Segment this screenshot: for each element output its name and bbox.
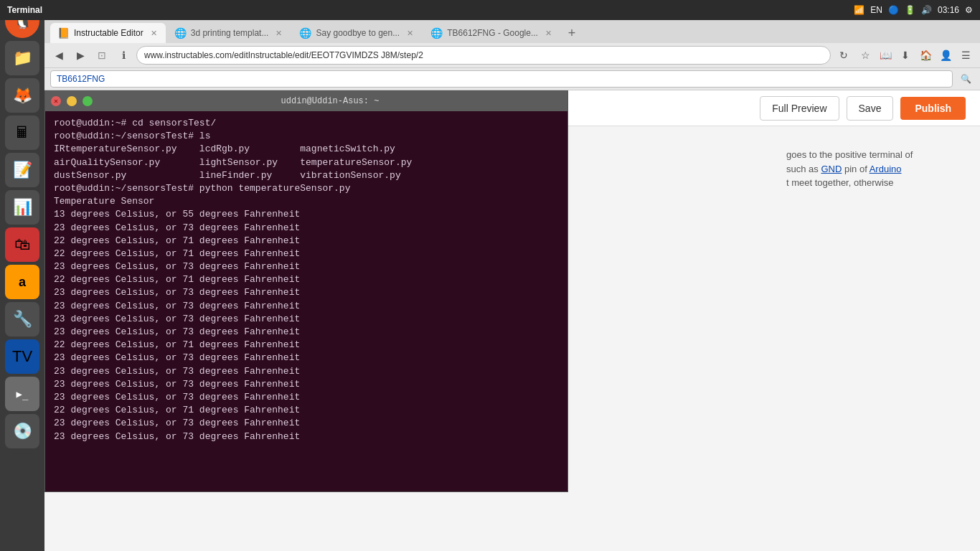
files-icon[interactable]: 📁 [5, 41, 39, 75]
tab-label-4: TB6612FNG - Google... [447, 28, 538, 38]
profile-icon[interactable]: 👤 [937, 47, 954, 64]
firefox-icon[interactable]: 🦊 [5, 78, 39, 113]
shopping-icon[interactable]: 🛍 [5, 227, 39, 262]
menu-icon[interactable]: ☰ [957, 47, 974, 64]
disk-icon[interactable]: 💿 [5, 414, 39, 448]
spreadsheet-icon[interactable]: 🖩 [5, 116, 39, 150]
editor-page: Full Preview Save Publish 5. If up to th… [44, 90, 980, 551]
terminal-minimize-button[interactable] [67, 96, 77, 106]
teamviewer-icon[interactable]: TV [5, 339, 39, 374]
side-text-4: t meet together, otherwise [786, 177, 894, 188]
reload-button[interactable]: ↻ [835, 47, 852, 64]
tab-label-2: 3d printing templat... [191, 28, 269, 38]
side-annotation: goes to the positive terminal of such as… [786, 148, 966, 190]
new-tab-button[interactable]: + [562, 23, 582, 43]
tab-close-3[interactable]: ✕ [407, 29, 413, 38]
system-bar-right: 📶 EN 🔵 🔋 🔊 03:16 ⚙ [854, 5, 973, 15]
lang-indicator: EN [870, 5, 882, 15]
browser-toolbar: ◀ ▶ ⊡ ℹ ↻ ☆ 📖 ⬇ 🏠 👤 ☰ [44, 43, 980, 68]
browser-window: 📙 Instructable Editor ✕ 🌐 3d printing te… [44, 20, 980, 551]
tab-close-4[interactable]: ✕ [545, 29, 552, 38]
browser-toolbar2: 🔍 [44, 68, 980, 90]
back-button[interactable]: ◀ [50, 47, 67, 64]
tab-tb6612fng[interactable]: 🌐 TB6612FNG - Google... ✕ [423, 23, 560, 43]
info-icon: ℹ [115, 47, 132, 64]
impress-icon[interactable]: 📊 [5, 190, 39, 225]
system-time: 03:16 [938, 5, 959, 15]
tab-close-2[interactable]: ✕ [275, 29, 282, 38]
tools-icon[interactable]: 🔧 [5, 302, 39, 336]
side-arduino-link[interactable]: Arduino [870, 164, 902, 174]
terminal-window: ✕ uddin@Uddin-Asus: ~ root@uddin:~# cd s… [44, 90, 568, 492]
terminal-close-button[interactable]: ✕ [51, 96, 61, 106]
tab-icon-4: 🌐 [430, 27, 443, 39]
terminal-maximize-button[interactable] [83, 96, 93, 106]
side-text-1: goes to the positive terminal of [786, 149, 913, 160]
tab-3d-printing[interactable]: 🌐 3d printing templat... ✕ [167, 23, 291, 43]
terminal-body[interactable]: root@uddin:~# cd sensorsTest/ root@uddin… [45, 111, 567, 491]
taskbar: 🐧 📁 🦊 🖩 📝 📊 🛍 a 🔧 TV ▶_ 💿 [0, 0, 44, 551]
terminal-title: uddin@Uddin-Asus: ~ [98, 96, 562, 106]
tab-icon-1: 📙 [57, 27, 70, 39]
star-bookmark-icon[interactable]: ☆ [857, 47, 874, 64]
publish-button[interactable]: Publish [900, 97, 966, 120]
browser-tabs-bar: 📙 Instructable Editor ✕ 🌐 3d printing te… [44, 20, 980, 43]
reader-view-icon[interactable]: 📖 [877, 47, 894, 64]
side-gnd-link[interactable]: GND [821, 164, 842, 174]
address-bar2[interactable] [50, 70, 953, 88]
pocket-icon[interactable]: ⬇ [897, 47, 914, 64]
system-bar-app-name: Terminal [7, 5, 42, 15]
main-area: 📙 Instructable Editor ✕ 🌐 3d printing te… [44, 20, 980, 551]
tab-instructable-editor[interactable]: 📙 Instructable Editor ✕ [50, 23, 166, 43]
settings-icon[interactable]: ⚙ [965, 5, 973, 15]
amazon-icon[interactable]: a [5, 265, 39, 299]
tab-say-goodbye[interactable]: 🌐 Say goodbye to gen... ✕ [292, 23, 422, 43]
tab-icon-3: 🌐 [299, 27, 311, 39]
browser-content: Full Preview Save Publish 5. If up to th… [44, 90, 980, 551]
tab-label-1: Instructable Editor [74, 28, 143, 38]
side-text-2: such as [786, 164, 819, 174]
home-button[interactable]: ⊡ [93, 47, 110, 64]
side-text-3: pin of [844, 164, 867, 174]
forward-button[interactable]: ▶ [72, 47, 89, 64]
tab-label-3: Say goodbye to gen... [316, 28, 400, 38]
bluetooth-icon: 🔵 [888, 5, 899, 15]
toolbar-actions: ☆ 📖 ⬇ 🏠 👤 ☰ [857, 47, 974, 64]
address-bar[interactable] [136, 46, 831, 65]
terminal-titlebar: ✕ uddin@Uddin-Asus: ~ [45, 91, 567, 111]
volume-icon: 🔊 [921, 5, 932, 15]
tab-icon-2: 🌐 [174, 27, 187, 39]
save-button[interactable]: Save [847, 96, 894, 121]
full-preview-button[interactable]: Full Preview [760, 96, 839, 121]
browser-tabs: 📙 Instructable Editor ✕ 🌐 3d printing te… [50, 23, 974, 43]
writer-icon[interactable]: 📝 [5, 153, 39, 187]
search-go-button[interactable]: 🔍 [957, 70, 974, 88]
terminal-icon[interactable]: ▶_ [5, 377, 39, 411]
home-icon[interactable]: 🏠 [917, 47, 934, 64]
system-bar: Terminal 📶 EN 🔵 🔋 🔊 03:16 ⚙ [0, 0, 980, 20]
tab-close-1[interactable]: ✕ [151, 29, 157, 38]
battery-icon: 🔋 [905, 5, 915, 15]
wifi-icon: 📶 [854, 5, 864, 15]
